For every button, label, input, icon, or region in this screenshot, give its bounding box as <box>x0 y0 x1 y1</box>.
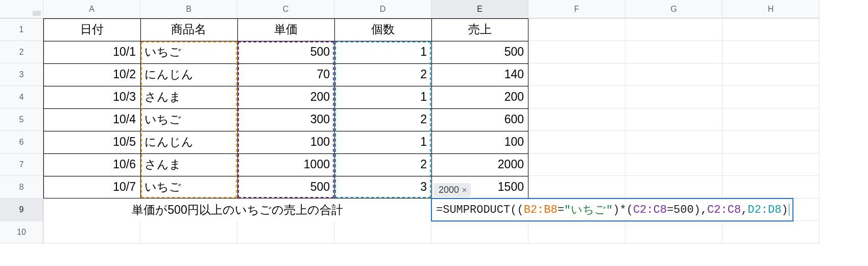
cell-G3[interactable] <box>625 63 722 86</box>
cell-G10[interactable] <box>625 221 722 243</box>
row-header-10[interactable]: 10 <box>0 221 43 243</box>
cell-F6[interactable] <box>528 131 625 153</box>
row-header-4[interactable]: 4 <box>0 86 43 108</box>
cell-H10[interactable] <box>722 221 819 243</box>
formula-token: = <box>558 204 564 216</box>
cell-B4[interactable]: さんま <box>140 86 237 108</box>
cell-A3[interactable]: 10/2 <box>43 63 140 86</box>
cell-E1[interactable]: 売上 <box>431 18 528 41</box>
cell-B6[interactable]: にんじん <box>140 131 237 153</box>
cell-G6[interactable] <box>625 131 722 153</box>
cell-B10[interactable] <box>140 221 237 243</box>
cell-D10[interactable] <box>334 221 431 243</box>
cell-G5[interactable] <box>625 108 722 131</box>
cell-E4[interactable]: 200 <box>431 86 528 108</box>
cell-F10[interactable] <box>528 221 625 243</box>
row-header-1[interactable]: 1 <box>0 18 43 41</box>
row-header-3[interactable]: 3 <box>0 63 43 86</box>
cell-C6[interactable]: 100 <box>237 131 334 153</box>
cell-B5[interactable]: いちご <box>140 108 237 131</box>
col-header-h[interactable]: H <box>722 0 819 18</box>
cell-C8[interactable]: 500 <box>237 176 334 198</box>
cell-E5[interactable]: 600 <box>431 108 528 131</box>
cell-C5[interactable]: 300 <box>237 108 334 131</box>
cell-G8[interactable] <box>625 176 722 198</box>
cell-H3[interactable] <box>722 63 819 86</box>
cell-C10[interactable] <box>237 221 334 243</box>
formula-token: = <box>436 204 443 216</box>
cell-A6[interactable]: 10/5 <box>43 131 140 153</box>
cell-D5[interactable]: 2 <box>334 108 431 131</box>
formula-token: , <box>701 204 707 216</box>
cell-F1[interactable] <box>528 18 625 41</box>
cell-D4[interactable]: 1 <box>334 86 431 108</box>
cell-B1[interactable]: 商品名 <box>140 18 237 41</box>
cell-E3[interactable]: 140 <box>431 63 528 86</box>
cell-A2[interactable]: 10/1 <box>43 41 140 63</box>
cell-H5[interactable] <box>722 108 819 131</box>
cell-A4[interactable]: 10/3 <box>43 86 140 108</box>
cell-G7[interactable] <box>625 153 722 176</box>
formula-token: D2:D8 <box>748 204 781 216</box>
cell-G4[interactable] <box>625 86 722 108</box>
formula-preview-tooltip[interactable]: 2000 × <box>433 183 471 197</box>
cell-D8[interactable]: 3 <box>334 176 431 198</box>
cell-C1[interactable]: 単価 <box>237 18 334 41</box>
cell-C3[interactable]: 70 <box>237 63 334 86</box>
close-icon[interactable]: × <box>462 186 467 195</box>
cell-F2[interactable] <box>528 41 625 63</box>
col-header-d[interactable]: D <box>334 0 431 18</box>
cell-B7[interactable]: さんま <box>140 153 237 176</box>
row-header-9[interactable]: 9 <box>0 198 43 221</box>
select-all-corner[interactable] <box>0 0 43 18</box>
cell-D1[interactable]: 個数 <box>334 18 431 41</box>
cell-A7[interactable]: 10/6 <box>43 153 140 176</box>
cell-D3[interactable]: 2 <box>334 63 431 86</box>
cell-D2[interactable]: 1 <box>334 41 431 63</box>
cell-D7[interactable]: 2 <box>334 153 431 176</box>
row-header-2[interactable]: 2 <box>0 41 43 63</box>
cell-H8[interactable] <box>722 176 819 198</box>
cell-H6[interactable] <box>722 131 819 153</box>
col-header-g[interactable]: G <box>625 0 722 18</box>
col-header-b[interactable]: B <box>140 0 237 18</box>
col-header-f[interactable]: F <box>528 0 625 18</box>
cell-E7[interactable]: 2000 <box>431 153 528 176</box>
formula-token: ) <box>613 204 619 216</box>
cell-F4[interactable] <box>528 86 625 108</box>
cell-D6[interactable]: 1 <box>334 131 431 153</box>
cell-B8[interactable]: いちご <box>140 176 237 198</box>
cell-C4[interactable]: 200 <box>237 86 334 108</box>
row-header-7[interactable]: 7 <box>0 153 43 176</box>
col-header-c[interactable]: C <box>237 0 334 18</box>
cell-H7[interactable] <box>722 153 819 176</box>
row-header-8[interactable]: 8 <box>0 176 43 198</box>
cell-F3[interactable] <box>528 63 625 86</box>
cell-C7[interactable]: 1000 <box>237 153 334 176</box>
cell-C2[interactable]: 500 <box>237 41 334 63</box>
col-header-a[interactable]: A <box>43 0 140 18</box>
cell-B3[interactable]: にんじん <box>140 63 237 86</box>
row-header-6[interactable]: 6 <box>0 131 43 153</box>
cell-E10[interactable] <box>431 221 528 243</box>
formula-input-e9[interactable]: =SUMPRODUCT((B2:B8="いちご")*(C2:C8=500),C2… <box>431 198 793 221</box>
cell-A1[interactable]: 日付 <box>43 18 140 41</box>
cell-A5[interactable]: 10/4 <box>43 108 140 131</box>
row-header-5[interactable]: 5 <box>0 108 43 131</box>
spreadsheet[interactable]: ABCDEFGH 12345678910 日付商品名単価個数売上10/1いちご5… <box>0 0 868 266</box>
cell-G1[interactable] <box>625 18 722 41</box>
cell-H1[interactable] <box>722 18 819 41</box>
cell-F8[interactable] <box>528 176 625 198</box>
row-headers: 12345678910 <box>0 18 43 243</box>
cell-E2[interactable]: 500 <box>431 41 528 63</box>
cell-G2[interactable] <box>625 41 722 63</box>
cell-F7[interactable] <box>528 153 625 176</box>
cell-F5[interactable] <box>528 108 625 131</box>
cell-E6[interactable]: 100 <box>431 131 528 153</box>
cell-B2[interactable]: いちご <box>140 41 237 63</box>
cell-H2[interactable] <box>722 41 819 63</box>
col-header-e[interactable]: E <box>431 0 528 18</box>
cell-H4[interactable] <box>722 86 819 108</box>
cell-A8[interactable]: 10/7 <box>43 176 140 198</box>
cell-A10[interactable] <box>43 221 140 243</box>
